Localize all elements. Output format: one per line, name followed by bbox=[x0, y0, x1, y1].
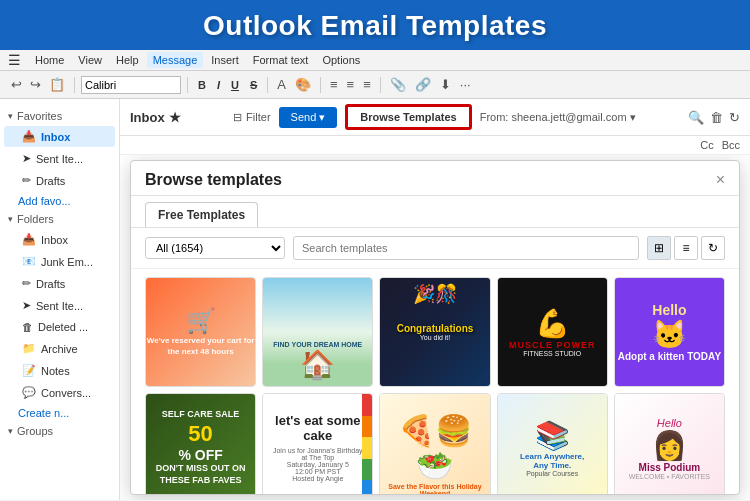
align-right-icon[interactable]: ≡ bbox=[360, 76, 374, 93]
sidebar-item-archive[interactable]: 📁 Archive bbox=[4, 338, 115, 359]
template-5-cat-icon: 🐱 bbox=[652, 318, 687, 351]
inbox-label: Inbox ★ bbox=[130, 110, 181, 125]
filter-button[interactable]: ⊟ Filter bbox=[233, 111, 270, 124]
deleted-icon: 🗑 bbox=[22, 321, 33, 333]
attach-icon[interactable]: 📎 bbox=[387, 76, 409, 93]
folders-header[interactable]: ▾ Folders bbox=[0, 210, 119, 228]
cc-label[interactable]: Cc bbox=[700, 139, 713, 151]
archive-icon: 📁 bbox=[22, 342, 36, 355]
menu-home[interactable]: Home bbox=[29, 52, 70, 68]
font-name-input[interactable] bbox=[81, 76, 181, 94]
delete-icon[interactable]: 🗑 bbox=[710, 110, 723, 125]
sent-folder-icon: ➤ bbox=[22, 299, 31, 312]
modal-close-button[interactable]: × bbox=[716, 171, 725, 189]
create-new-link[interactable]: Create n... bbox=[0, 404, 119, 422]
more-icon[interactable]: ··· bbox=[457, 76, 474, 93]
search-templates-input[interactable] bbox=[293, 236, 639, 260]
browse-templates-button[interactable]: Browse Templates bbox=[345, 104, 471, 130]
underline-button[interactable]: U bbox=[227, 78, 243, 92]
tab-free-templates[interactable]: Free Templates bbox=[145, 202, 258, 227]
conversations-icon: 💬 bbox=[22, 386, 36, 399]
highlight-icon[interactable]: 🎨 bbox=[292, 76, 314, 93]
template-card-5[interactable]: Hello 🐱 Adopt a kitten TODAY bbox=[614, 277, 725, 387]
clipboard-icon[interactable]: 📋 bbox=[46, 76, 68, 93]
ribbon-separator-4 bbox=[320, 77, 321, 93]
font-color-icon[interactable]: A bbox=[274, 76, 289, 93]
sidebar-item-notes[interactable]: 📝 Notes bbox=[4, 360, 115, 381]
template-7-stripes bbox=[362, 394, 372, 494]
sent-icon: ➤ bbox=[22, 152, 31, 165]
template-card-2[interactable]: FIND YOUR DREAM HOME 🏠 bbox=[262, 277, 373, 387]
template-card-7[interactable]: let's eat some cake Join us for Joanna's… bbox=[262, 393, 373, 494]
bold-button[interactable]: B bbox=[194, 78, 210, 92]
folder-inbox-icon: 📥 bbox=[22, 233, 36, 246]
sidebar-item-sent-folder[interactable]: ➤ Sent Ite... bbox=[4, 295, 115, 316]
zoom-icon[interactable]: 🔍 bbox=[688, 110, 704, 125]
send-button[interactable]: Send ▾ bbox=[279, 107, 338, 128]
groups-label: Groups bbox=[17, 425, 53, 437]
template-card-8[interactable]: 🍕🍔🥗 Save the Flavor this Holiday Weekend bbox=[379, 393, 490, 494]
template-9-text: Learn Anywhere,Any Time. bbox=[520, 452, 584, 470]
template-card-4[interactable]: 💪 MUSCLE POWER FITNESS STUDIO bbox=[497, 277, 608, 387]
email-action-icons: 🔍 🗑 ↻ bbox=[688, 110, 740, 125]
sidebar-item-inbox-folder[interactable]: 📥 Inbox bbox=[4, 229, 115, 250]
menu-options[interactable]: Options bbox=[316, 52, 366, 68]
template-card-10[interactable]: Hello 👩 Miss Podium WELCOME • FAVORITES bbox=[614, 393, 725, 494]
filter-row: All (1654) ⊞ ≡ ↻ bbox=[131, 228, 739, 269]
template-10-name: Miss Podium bbox=[639, 462, 701, 473]
menu-bar: ☰ Home View Help Message Insert Format t… bbox=[0, 50, 750, 71]
ribbon-separator-2 bbox=[187, 77, 188, 93]
list-view-button[interactable]: ≡ bbox=[674, 236, 698, 260]
sidebar-item-drafts-folder[interactable]: ✏ Drafts bbox=[4, 273, 115, 294]
undo-icon[interactable]: ↩ bbox=[8, 76, 25, 93]
template-card-1[interactable]: 🛒 We've reserved your cart for the next … bbox=[145, 277, 256, 387]
view-buttons: ⊞ ≡ ↻ bbox=[647, 236, 725, 260]
menu-help[interactable]: Help bbox=[110, 52, 145, 68]
template-4-text: MUSCLE POWER bbox=[509, 340, 596, 350]
align-left-icon[interactable]: ≡ bbox=[327, 76, 341, 93]
italic-button[interactable]: I bbox=[213, 78, 224, 92]
sidebar-item-inbox-favorites[interactable]: 📥 Inbox bbox=[4, 126, 115, 147]
template-1-icon: 🛒 bbox=[186, 307, 216, 335]
template-5-hello: Hello bbox=[652, 302, 686, 318]
refresh-icon[interactable]: ↻ bbox=[729, 110, 740, 125]
menu-insert[interactable]: Insert bbox=[205, 52, 245, 68]
inbox-text: Inbox bbox=[130, 110, 165, 125]
link-icon[interactable]: 🔗 bbox=[412, 76, 434, 93]
template-1-text: We've reserved your cart for the next 48… bbox=[146, 335, 255, 357]
menu-view[interactable]: View bbox=[72, 52, 108, 68]
template-card-9[interactable]: 📚 Learn Anywhere,Any Time. Popular Cours… bbox=[497, 393, 608, 494]
template-card-6[interactable]: SELF CARE SALE 50 % OFF DON'T MISS OUT O… bbox=[145, 393, 256, 494]
main-area: ▾ Favorites 📥 Inbox ➤ Sent Ite... ✏ Draf… bbox=[0, 99, 750, 500]
modal-title: Browse templates bbox=[145, 171, 282, 189]
ribbon-separator-1 bbox=[74, 77, 75, 93]
redo-icon[interactable]: ↪ bbox=[27, 76, 44, 93]
sidebar-item-conversations[interactable]: 💬 Convers... bbox=[4, 382, 115, 403]
sidebar-item-junk[interactable]: 📧 Junk Em... bbox=[4, 251, 115, 272]
notes-icon: 📝 bbox=[22, 364, 36, 377]
template-5-text: Adopt a kitten TODAY bbox=[618, 351, 721, 363]
download-icon[interactable]: ⬇ bbox=[437, 76, 454, 93]
menu-message[interactable]: Message bbox=[147, 52, 204, 68]
refresh-templates-button[interactable]: ↻ bbox=[701, 236, 725, 260]
template-6-sub: DON'T MISS OUT ON THESE FAB FAVES bbox=[146, 463, 255, 486]
template-card-3[interactable]: 🎉🎊 Congratulations You did it! bbox=[379, 277, 490, 387]
sidebar-item-deleted[interactable]: 🗑 Deleted ... bbox=[4, 317, 115, 337]
favorites-chevron: ▾ bbox=[8, 111, 13, 121]
strikethrough-button[interactable]: S bbox=[246, 78, 261, 92]
bcc-label[interactable]: Bcc bbox=[722, 139, 740, 151]
groups-header[interactable]: ▾ Groups bbox=[0, 422, 119, 440]
template-2-text: FIND YOUR DREAM HOME bbox=[273, 341, 362, 348]
align-center-icon[interactable]: ≡ bbox=[344, 76, 358, 93]
junk-icon: 📧 bbox=[22, 255, 36, 268]
hamburger-icon[interactable]: ☰ bbox=[8, 52, 21, 68]
template-filter-select[interactable]: All (1654) bbox=[145, 237, 285, 259]
email-toolbar: Inbox ★ ⊟ Filter Send ▾ Browse Templates… bbox=[120, 99, 750, 136]
favorites-header[interactable]: ▾ Favorites bbox=[0, 107, 119, 125]
add-favorite-link[interactable]: Add favo... bbox=[0, 192, 119, 210]
menu-format-text[interactable]: Format text bbox=[247, 52, 315, 68]
sidebar-item-drafts-favorites[interactable]: ✏ Drafts bbox=[4, 170, 115, 191]
template-3-text: Congratulations bbox=[397, 323, 474, 334]
sidebar-item-sent-favorites[interactable]: ➤ Sent Ite... bbox=[4, 148, 115, 169]
grid-view-button[interactable]: ⊞ bbox=[647, 236, 671, 260]
